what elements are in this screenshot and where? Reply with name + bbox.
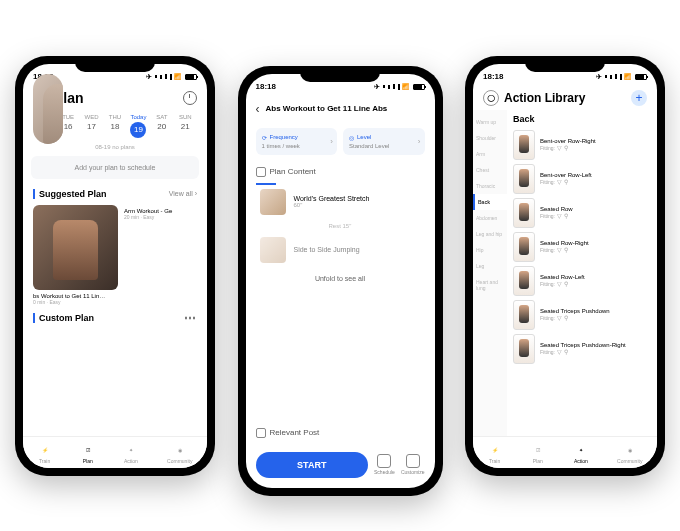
status-time: 18:18 [483, 72, 503, 81]
calendar-day[interactable]: Today19 [127, 114, 150, 138]
plan-card-arm[interactable]: Arm Workout - Ge 20 min · Easy [124, 205, 207, 305]
frequency-card[interactable]: ⟳Frequency 1 times / week › [256, 128, 338, 155]
customize-button[interactable]: Customize [401, 454, 425, 475]
category-sidebar[interactable]: Warm upShoulderArmChestThoracicBackAbdom… [473, 110, 507, 436]
exercise-item[interactable]: World's Greatest Stretch 60'' [246, 185, 435, 219]
notch [75, 56, 155, 72]
tab-community[interactable]: ◉Community [617, 443, 642, 464]
header: ‹ Abs Workout to Get 11 Line Abs [246, 96, 435, 122]
phone-workout-detail: 18:18 ✈ 📶 ‹ Abs Workout to Get 11 Line A… [238, 66, 443, 496]
plan-thumbnail [33, 205, 118, 290]
sidebar-item-leg[interactable]: Leg [473, 258, 507, 274]
tab-bar: ⚡Train☑Plan✦Action◉Community [473, 436, 657, 468]
start-button[interactable]: START [256, 452, 369, 478]
exercise-thumbnail [260, 189, 286, 215]
calendar-day[interactable]: THU18 [103, 114, 126, 138]
schedule-button[interactable]: Schedule [374, 454, 395, 475]
unfold-button[interactable]: Unfold to see all [246, 267, 435, 290]
library-icon: ○ [483, 90, 499, 106]
action-item[interactable]: Seated Triceps Pushdown-RightFitting: ▽ … [513, 332, 651, 366]
sidebar-item-chest[interactable]: Chest [473, 162, 507, 178]
workout-title: Abs Workout to Get 11 Line Abs [266, 104, 425, 113]
tab-plan[interactable]: ☑Plan [531, 443, 545, 464]
status-icons: ✈ 📶 [146, 73, 197, 81]
action-item[interactable]: Seated RowFitting: ▽ ⚲ [513, 196, 651, 230]
sidebar-item-leg-and-hip[interactable]: Leg and hip [473, 226, 507, 242]
sidebar-item-arm[interactable]: Arm [473, 146, 507, 162]
action-item[interactable]: Bent-over Row-RightFitting: ▽ ⚲ [513, 128, 651, 162]
level-card[interactable]: ◎Level Standard Level › [343, 128, 425, 155]
action-thumbnail [513, 300, 535, 330]
chevron-right-icon: › [418, 137, 421, 146]
tab-community[interactable]: ◉Community [167, 443, 192, 464]
action-thumbnail [513, 130, 535, 160]
calendar-day[interactable]: SAT20 [150, 114, 173, 138]
tab-train[interactable]: ⚡Train [488, 443, 502, 464]
view-all-link[interactable]: View all › [169, 190, 197, 197]
frequency-icon: ⟳ [262, 134, 267, 141]
action-thumbnail [513, 232, 535, 262]
phone-plan: 18:18 ✈ 📶 ○ Plan MON15TUE16WED17THU18Tod… [15, 56, 215, 476]
action-thumbnail [513, 334, 535, 364]
tab-train[interactable]: ⚡Train [38, 443, 52, 464]
back-button[interactable]: ‹ [256, 102, 260, 116]
phone-action-library: 18:18 ✈ 📶 ○ Action Library + Warm upShou… [465, 56, 665, 476]
screen-library: 18:18 ✈ 📶 ○ Action Library + Warm upShou… [473, 64, 657, 468]
status-icons: ✈ 📶 [596, 73, 647, 81]
status-time: 18:18 [256, 82, 276, 91]
action-item[interactable]: Seated Row-LeftFitting: ▽ ⚲ [513, 264, 651, 298]
sidebar-item-abdomen[interactable]: Abdomen [473, 210, 507, 226]
suggested-plan-header: Suggested Plan View all › [23, 183, 207, 205]
sidebar-item-back[interactable]: Back [473, 194, 507, 210]
plan-card-abs[interactable]: bs Workout to Get 11 Lin… 0 min · Easy [33, 205, 118, 305]
no-plans-text: 08-19 no plans [23, 144, 207, 150]
exercise-item[interactable]: Side to Side Jumping [246, 233, 435, 267]
calendar-day[interactable]: SUN21 [174, 114, 197, 138]
tab-action[interactable]: ✦Action [124, 443, 138, 464]
page-title: Action Library [504, 91, 585, 105]
add-plan-card[interactable]: Add your plan to schedule [31, 156, 199, 179]
relevant-post-header: Relevant Post [246, 422, 435, 444]
suggested-plans-row[interactable]: bs Workout to Get 11 Lin… 0 min · Easy A… [23, 205, 207, 305]
sidebar-item-warm-up[interactable]: Warm up [473, 114, 507, 130]
list-icon [256, 167, 266, 177]
tab-bar: ⚡Train☑Plan✦Action◉Community [23, 436, 207, 468]
info-cards: ⟳Frequency 1 times / week › ◎Level Stand… [246, 122, 435, 161]
sidebar-item-hip[interactable]: Hip [473, 242, 507, 258]
chevron-right-icon: › [330, 137, 333, 146]
notch [525, 56, 605, 72]
history-icon[interactable] [183, 91, 197, 105]
tab-action[interactable]: ✦Action [574, 443, 588, 464]
screen-detail: 18:18 ✈ 📶 ‹ Abs Workout to Get 11 Line A… [246, 74, 435, 488]
exercise-thumbnail [260, 237, 286, 263]
category-title: Back [513, 112, 651, 128]
status-icons: ✈ 📶 [374, 83, 425, 91]
library-body: Warm upShoulderArmChestThoracicBackAbdom… [473, 110, 657, 436]
action-thumbnail [513, 198, 535, 228]
plan-content-header: Plan Content [246, 161, 435, 183]
add-button[interactable]: + [631, 90, 647, 106]
action-list[interactable]: Back Bent-over Row-RightFitting: ▽ ⚲Bent… [507, 110, 657, 436]
tab-plan[interactable]: ☑Plan [81, 443, 95, 464]
post-icon [256, 428, 266, 438]
header: ○ Action Library + [473, 86, 657, 110]
sidebar-item-thoracic[interactable]: Thoracic [473, 178, 507, 194]
custom-plan-header: Custom Plan ⋯ [23, 305, 207, 331]
calendar-day[interactable]: WED17 [80, 114, 103, 138]
rest-label: Rest 15'' [246, 219, 435, 233]
screen-plan: 18:18 ✈ 📶 ○ Plan MON15TUE16WED17THU18Tod… [23, 64, 207, 468]
action-item[interactable]: Bent-over Row-LeftFitting: ▽ ⚲ [513, 162, 651, 196]
action-thumbnail [513, 164, 535, 194]
more-icon[interactable]: ⋯ [184, 311, 197, 325]
bottom-bar: START Schedule Customize [246, 444, 435, 488]
notch [300, 66, 380, 82]
sidebar-item-shoulder[interactable]: Shoulder [473, 130, 507, 146]
level-icon: ◎ [349, 134, 354, 141]
action-item[interactable]: Seated Row-RightFitting: ▽ ⚲ [513, 230, 651, 264]
action-item[interactable]: Seated Triceps PushdownFitting: ▽ ⚲ [513, 298, 651, 332]
sidebar-item-heart-and-lung[interactable]: Heart and lung [473, 274, 507, 296]
action-thumbnail [513, 266, 535, 296]
